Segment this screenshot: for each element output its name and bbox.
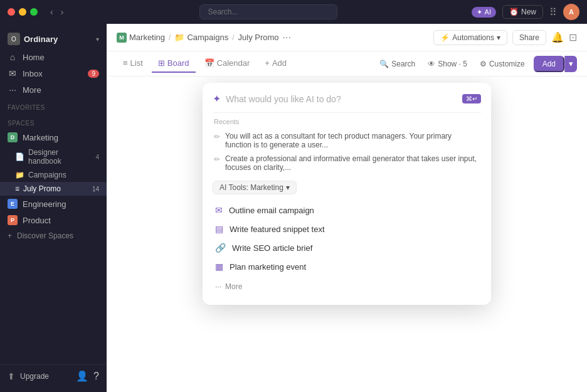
upgrade-label[interactable]: Upgrade [20,372,71,381]
more-dots-icon: ··· [215,282,221,291]
clock-icon: ⏰ [509,8,519,16]
maximize-button[interactable] [30,8,38,16]
chevron-down-icon: ▾ [286,183,290,192]
sidebar-item-product[interactable]: P Product [0,212,107,228]
suggestion-item-1[interactable]: ▤ Write featured snippet text [213,220,481,238]
tab-list[interactable]: ≡ List [117,55,149,73]
doc-icon: 📄 [15,152,24,161]
breadcrumb-more-icon[interactable]: ··· [283,32,291,43]
workspace-switcher[interactable]: O Ordinary ▾ [0,29,107,49]
customize-action[interactable]: ⚙ Customize [476,57,529,71]
automations-icon: ⚡ [440,33,450,42]
home-icon: ⌂ [8,52,18,62]
share-button[interactable]: Share [512,30,546,45]
favorites-section-label: Favorites [0,98,107,114]
ai-sparkle-icon: ✦ [213,93,221,105]
sidebar-subitem-campaigns[interactable]: 📁 Campaigns [0,168,107,182]
sidebar-item-label: Marketing [23,133,58,142]
sidebar-item-more[interactable]: ··· More [0,82,107,98]
add-dropdown-button[interactable]: ▾ [564,56,577,72]
forward-button[interactable]: › [58,6,66,18]
add-button[interactable]: Add [534,56,564,72]
help-icon[interactable]: ? [93,371,99,382]
search-icon: 🔍 [379,60,389,68]
search-input[interactable] [199,4,337,19]
chevron-down-icon: ▾ [497,33,500,42]
suggestion-label: Plan marketing event [230,262,306,272]
tab-board[interactable]: ⊞ Board [152,55,196,73]
july-promo-badge: 14 [92,186,99,193]
back-button[interactable]: ‹ [48,6,56,18]
breadcrumb-july-promo[interactable]: July Promo [238,33,279,42]
ai-prompt-input[interactable] [226,94,457,104]
sidebar-item-engineering[interactable]: E Engineering [0,196,107,212]
board-tab-icon: ⊞ [158,58,165,68]
breadcrumb-campaigns-label: Campaigns [187,33,228,42]
suggestion-label: Write featured snippet text [230,225,325,234]
plus-icon: + [8,231,12,240]
sidebar-item-label: More [23,85,41,95]
sidebar-item-label: Inbox [23,69,43,78]
spaces-section-label: Spaces [0,114,107,129]
content-area: M Marketing / 📁 Campaigns / July Promo ·… [107,24,587,392]
folder-breadcrumb-icon: 📁 [174,33,184,42]
avatar[interactable]: A [563,4,579,20]
product-space-icon: P [8,215,18,225]
suggestion-item-0[interactable]: ✉ Outline email campaign [213,201,481,220]
sidebar-item-label: Product [23,216,51,225]
topbar-actions: ⚡ Automations ▾ Share 🔔 ⊡ [433,30,577,45]
close-button[interactable] [8,8,15,16]
tab-calendar[interactable]: 📅 Calendar [198,55,256,73]
more-label: More [225,282,242,291]
minimize-button[interactable] [19,8,26,16]
recent-item-0[interactable]: ✏ You will act as a consultant for tech … [213,129,481,152]
search-area [71,4,466,19]
sidebar-item-marketing[interactable]: D Marketing [0,129,107,146]
sidebar-item-label: Home [23,53,45,62]
breadcrumb-marketing[interactable]: M Marketing [117,33,165,43]
layout-icon[interactable]: ⊡ [569,31,577,43]
ai-shortcut: ⌘↵ [462,94,481,103]
search-action[interactable]: 🔍 Search [376,57,419,71]
breadcrumb-sep-1: / [169,33,171,42]
sidebar-subitem-july-promo[interactable]: ≡ July Promo 14 [0,182,107,196]
user-icon[interactable]: 👤 [76,370,88,382]
breadcrumb-marketing-label: Marketing [129,33,165,42]
sidebar-subitem-label: July Promo [23,184,61,193]
chevron-down-icon: ▾ [96,36,99,43]
sidebar-subitem-designer-handbook[interactable]: 📄 Designer handbook 4 [0,146,107,168]
ai-badge[interactable]: ✦ AI [472,7,496,18]
suggestion-item-2[interactable]: 🔗 Write SEO article brief [213,238,481,257]
ai-tools-dropdown[interactable]: AI Tools: Marketing ▾ [213,181,297,194]
ai-more[interactable]: ··· More [213,278,481,295]
list-tab-icon: ≡ [123,58,128,68]
edit-icon: ✏ [214,132,220,141]
tab-add[interactable]: + Add [258,55,293,73]
sidebar-item-label: Engineering [23,199,66,209]
suggestion-item-3[interactable]: ▦ Plan marketing event [213,257,481,276]
list-icon: ≡ [15,184,19,193]
link-icon: 🔗 [215,243,226,253]
window-controls [8,8,38,16]
notification-icon[interactable]: 🔔 [551,31,564,43]
show-icon: 👁 [428,60,435,68]
automations-button[interactable]: ⚡ Automations ▾ [433,30,507,45]
toolbar-right: 🔍 Search 👁 Show · 5 ⚙ Customize Add ▾ [376,56,577,72]
edit-icon-2: ✏ [214,155,220,164]
breadcrumb-sep-2: / [232,33,234,42]
recent-item-text: You will act as a consultant for tech pr… [225,132,480,149]
new-button[interactable]: ⏰ New [502,5,543,19]
breadcrumb-campaigns[interactable]: 📁 Campaigns [174,33,228,42]
discover-spaces[interactable]: + Discover Spaces [0,228,107,243]
sidebar-item-inbox[interactable]: ✉ Inbox 9 [0,65,107,82]
show-action[interactable]: 👁 Show · 5 [424,57,471,71]
inbox-icon: ✉ [8,68,18,78]
recent-item-1[interactable]: ✏ Create a professional and informative … [213,152,481,174]
ai-tools-bar: AI Tools: Marketing ▾ [213,181,481,194]
upgrade-icon: ⬆ [8,371,15,381]
plan-icon: ▦ [215,262,223,272]
sidebar-item-home[interactable]: ⌂ Home [0,49,107,65]
designer-handbook-badge: 4 [95,154,99,161]
grid-icon[interactable]: ⠿ [549,6,557,18]
sidebar-subitem-label: Designer handbook [28,148,92,166]
